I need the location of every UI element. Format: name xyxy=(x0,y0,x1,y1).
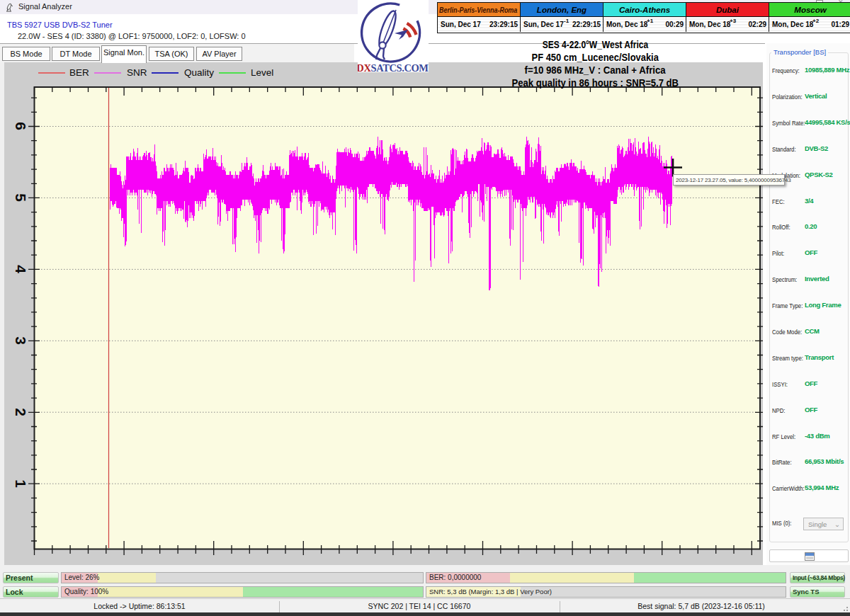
svg-text:DXSATCS.COM: DXSATCS.COM xyxy=(358,62,429,72)
